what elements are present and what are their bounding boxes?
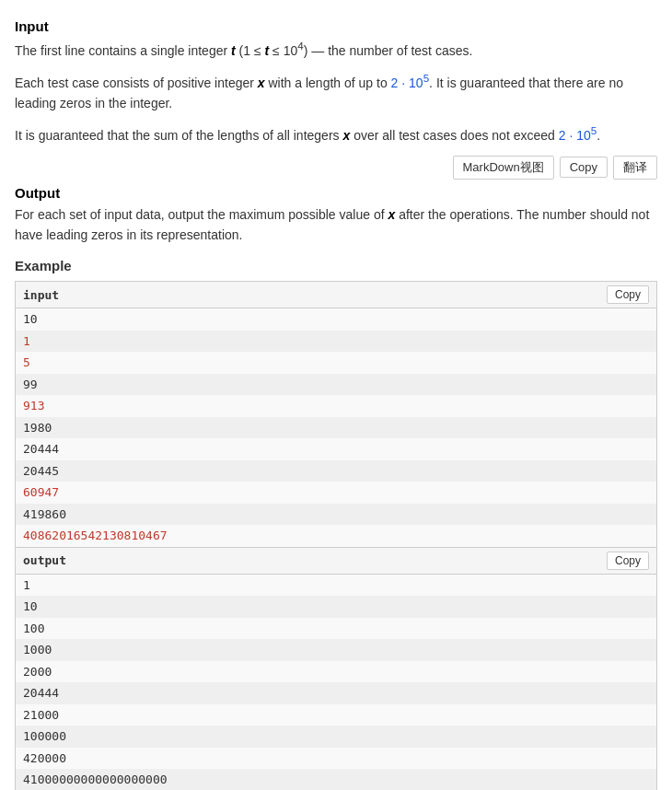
input-code-block: input Copy 10159991319802044420445609474…	[15, 281, 657, 548]
copy-input-button[interactable]: Copy	[607, 285, 649, 304]
output-section: Output For each set of input data, outpu…	[15, 185, 657, 246]
example-section: Example input Copy 101599913198020444204…	[15, 258, 657, 790]
output-line: 2000	[16, 661, 656, 683]
output-line: 1000	[16, 639, 656, 661]
input-line: 99	[16, 374, 656, 396]
para1-mid: (1 ≤ t ≤ 104) — the number of test cases…	[236, 43, 473, 58]
input-label: input	[23, 288, 59, 302]
copy-output-button[interactable]: Copy	[607, 552, 649, 570]
input-title: Input	[15, 18, 657, 34]
output-line: 20444	[16, 682, 656, 704]
input-code-header: input Copy	[16, 282, 656, 308]
para2-num: 2 · 105	[391, 76, 430, 90]
output-line: 420000	[16, 748, 656, 770]
copy-button-input[interactable]: Copy	[560, 157, 608, 178]
input-line: 20444	[16, 438, 656, 460]
input-line: 419860	[16, 504, 656, 526]
input-line: 1980	[16, 417, 656, 439]
markdown-view-button[interactable]: MarkDown视图	[453, 156, 554, 180]
output-line: 21000	[16, 704, 656, 726]
input-line: 60947	[16, 482, 656, 504]
translate-button[interactable]: 翻译	[613, 156, 657, 180]
input-line: 913	[16, 395, 656, 417]
input-line: 20445	[16, 460, 656, 482]
input-line: 10	[16, 308, 656, 331]
output-code-header: output Copy	[16, 548, 656, 575]
output-line: 100000	[16, 726, 656, 748]
input-section: Input The first line contains a single i…	[15, 18, 657, 146]
input-para2: Each test case consists of positive inte…	[15, 70, 657, 113]
output-label: output	[23, 553, 66, 567]
example-title: Example	[15, 258, 657, 273]
para1-before: The first line contains a single integer	[15, 43, 231, 58]
output-line: 10	[16, 596, 656, 618]
output-title: Output	[15, 185, 657, 201]
output-line: 100	[16, 618, 656, 640]
output-line: 1	[16, 575, 656, 597]
input-para3: It is guaranteed that the sum of the len…	[15, 122, 657, 145]
para3-num: 2 · 105	[559, 128, 597, 143]
input-para1: The first line contains a single integer…	[15, 38, 657, 61]
input-code-body: 1015999131980204442044560947419860408620…	[16, 308, 656, 547]
output-line: 41000000000000000000	[16, 769, 656, 790]
para1-var: t	[231, 43, 236, 58]
output-code-block: output Copy 1101001000200020444210001000…	[15, 548, 657, 790]
output-code-body: 1101001000200020444210001000004200004100…	[16, 575, 656, 790]
input-line: 5	[16, 352, 656, 374]
input-line: 1	[16, 331, 656, 353]
output-para: For each set of input data, output the m…	[15, 204, 657, 246]
input-toolbar: MarkDown视图 Copy 翻译	[15, 156, 657, 180]
input-line: 40862016542130810467	[16, 525, 656, 547]
